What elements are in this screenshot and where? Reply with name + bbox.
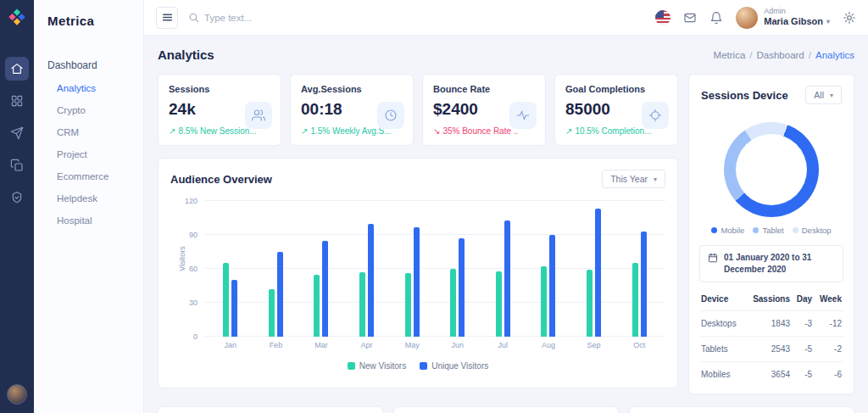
menu-toggle-button[interactable]	[156, 7, 178, 29]
bar-pair	[269, 201, 283, 337]
page-title: Analytics	[158, 47, 214, 62]
app-logo[interactable]	[8, 8, 26, 26]
right-column: Sessions Device All ▾ MobileTabletDeskto…	[688, 74, 854, 394]
stat-card-avg-sessions: Avg.Sessions 00:18 ↗1.5% Weekly Avg.S...	[290, 74, 414, 146]
user-name-text: Maria Gibson	[764, 16, 823, 28]
calendar-icon	[708, 253, 718, 263]
chart-bar	[359, 272, 365, 337]
bar-pair	[223, 201, 237, 337]
user-role: Admin	[764, 7, 830, 16]
device-legend-item: Mobile	[711, 226, 744, 235]
stat-icon-box	[642, 102, 669, 129]
chart-plot-area: Visitors JanFebMarAprMayJunJulAugSepOct …	[204, 201, 665, 354]
send-icon	[10, 126, 24, 140]
stat-title: Goal Completions	[565, 84, 667, 94]
column-header-day: Day	[792, 287, 814, 311]
legend-swatch	[420, 362, 427, 370]
page-header: Analytics Metrica / Dashboard / Analytic…	[158, 47, 854, 62]
gear-icon	[843, 11, 856, 25]
bar-group: Apr	[355, 201, 379, 354]
search-input[interactable]	[204, 13, 323, 23]
chevron-down-icon: ▾	[654, 176, 657, 183]
breadcrumb-item-metrica[interactable]: Metrica	[714, 50, 746, 60]
rail-home-button[interactable]	[5, 57, 29, 81]
copy-icon	[10, 159, 24, 172]
mail-button[interactable]	[683, 11, 697, 25]
us-flag-icon[interactable]	[655, 10, 670, 25]
y-axis-tick: 30	[175, 299, 198, 307]
rail-shield-button[interactable]	[5, 186, 29, 209]
icon-rail	[0, 0, 34, 413]
bar-group: Jun	[446, 201, 470, 354]
audience-filter-select[interactable]: This Year ▾	[602, 170, 665, 188]
trend-icon: ↗	[565, 126, 572, 136]
dashboard-row-bottom: Live Visits Our New Site Today ▾ Pages V…	[158, 406, 854, 413]
card-title: Audience Overview	[170, 173, 272, 186]
mail-icon	[683, 11, 697, 25]
legend-label: Tablet	[762, 226, 783, 235]
notifications-button[interactable]	[709, 11, 723, 25]
live-visits-card: Live Visits Our New Site Today ▾	[158, 406, 383, 413]
sessions-device-card: Sessions Device All ▾ MobileTabletDeskto…	[688, 74, 854, 394]
dashboard-row-top: Sessions 24k ↗8.5% New Session... Avg.Se…	[158, 74, 854, 394]
breadcrumb-item-dashboard[interactable]: Dashboard	[757, 50, 804, 60]
table-cell: -6	[814, 362, 843, 388]
sidebar-item-ecommerce[interactable]: Ecommerce	[34, 165, 143, 187]
donut-legend: MobileTabletDesktop	[689, 226, 854, 235]
sidebar-item-dashboard[interactable]: Dashboard	[34, 53, 143, 77]
card-header: Sessions Device All ▾	[689, 75, 854, 115]
bar-group: Sep	[582, 201, 606, 354]
sidebar-item-project[interactable]: Project	[34, 143, 143, 165]
user-texts: Admin Maria Gibson ▾	[764, 7, 830, 28]
stat-card-goal-completions: Goal Completions 85000 ↗10.5% Completion…	[554, 74, 678, 146]
stat-delta-text: 35% Bounce Rate ..	[442, 126, 518, 136]
device-table: Device Sassions Day Week Desktops1843-3-…	[699, 287, 843, 387]
chart-bar	[414, 227, 420, 337]
x-axis-label: Jul	[498, 337, 509, 354]
user-menu[interactable]: Admin Maria Gibson ▾	[736, 7, 830, 29]
stat-delta-text: 1.5% Weekly Avg.S...	[310, 126, 391, 136]
sidebar-item-hospital[interactable]: Hospital	[34, 209, 143, 232]
stat-icon-box	[245, 102, 272, 129]
device-filter-select[interactable]: All ▾	[805, 86, 842, 104]
sidebar-item-analytics[interactable]: Analytics	[34, 77, 143, 99]
y-axis-tick: 120	[175, 197, 198, 205]
legend-item: New Visitors	[348, 361, 406, 371]
bar-group: Jul	[491, 201, 515, 354]
table-cell: -12	[814, 311, 843, 337]
sidebar-menu: Dashboard Analytics Crypto CRM Project E…	[34, 53, 143, 232]
date-range-picker[interactable]: 01 January 2020 to 31 December 2020	[699, 245, 843, 282]
chart-bar	[632, 263, 638, 337]
user-name: Maria Gibson ▾	[764, 16, 830, 28]
rail-apps-button[interactable]	[5, 89, 29, 113]
settings-button[interactable]	[843, 11, 856, 25]
topbar-actions: Admin Maria Gibson ▾	[655, 7, 856, 29]
column-header-device: Device	[699, 287, 744, 311]
sidebar-item-helpdesk[interactable]: Helpdesk	[34, 187, 143, 209]
column-header-week: Week	[814, 287, 843, 311]
bar-pair	[496, 201, 510, 337]
y-axis-tick: 0	[175, 332, 198, 341]
card-header: Activity All ▾	[630, 407, 854, 413]
card-header: Live Visits Our New Site Today ▾	[159, 407, 382, 413]
sidebar-item-crm[interactable]: CRM	[34, 121, 143, 143]
chart-bar	[314, 275, 320, 337]
trend-icon: ↗	[169, 126, 175, 136]
stat-title: Sessions	[169, 84, 270, 94]
legend-dot	[753, 227, 759, 233]
table-cell: 2543	[744, 337, 792, 362]
home-icon	[10, 62, 24, 75]
chart-legend: New VisitorsUnique Visitors	[170, 354, 665, 378]
rail-send-button[interactable]	[5, 121, 29, 145]
rail-copy-button[interactable]	[5, 153, 29, 177]
chart-bar	[549, 235, 555, 337]
table-cell: -3	[792, 311, 814, 337]
legend-dot	[711, 227, 717, 233]
search-icon	[188, 12, 199, 23]
table-cell: -2	[814, 337, 843, 362]
rail-user-avatar[interactable]	[7, 384, 27, 405]
sidebar-item-crypto[interactable]: Crypto	[34, 99, 143, 121]
chart-bar	[405, 273, 411, 337]
users-icon	[252, 109, 265, 122]
x-axis-label: Jan	[225, 337, 237, 354]
